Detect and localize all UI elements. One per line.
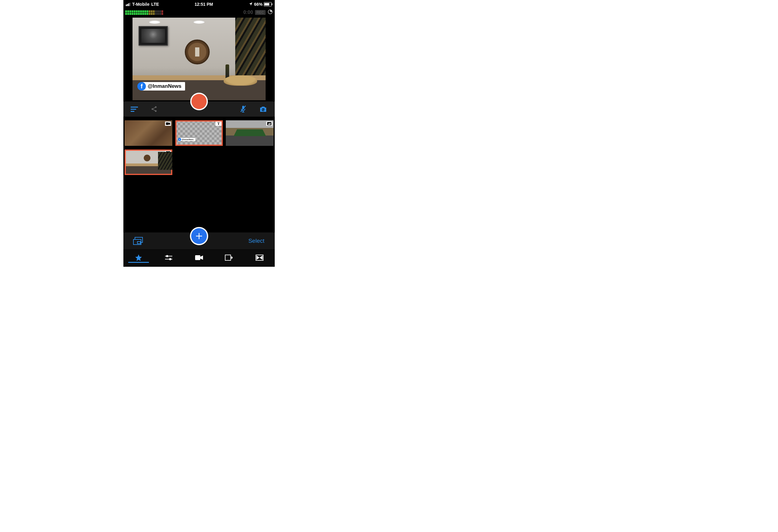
record-timer: 0:00 [243, 10, 253, 15]
phone-frame: T-Mobile LTE 12:51 PM 66% [124, 0, 275, 267]
tab-favorites[interactable] [124, 253, 154, 263]
svg-rect-24 [195, 255, 200, 260]
flip-camera-button[interactable] [258, 104, 269, 114]
hourglass-icon [255, 255, 263, 261]
add-clip-button[interactable] [190, 227, 208, 245]
svg-point-23 [169, 258, 171, 260]
facebook-icon: f [178, 138, 181, 141]
export-icon [225, 254, 234, 261]
svg-rect-2 [131, 109, 136, 110]
clip-item-3[interactable] [226, 120, 274, 146]
clip-action-bar: Select [124, 232, 275, 250]
svg-rect-3 [131, 111, 134, 112]
network-label: LTE [151, 2, 159, 7]
svg-rect-14 [166, 151, 170, 154]
tab-export[interactable] [214, 253, 245, 263]
tab-settings[interactable] [154, 253, 184, 262]
tab-record[interactable] [184, 253, 214, 262]
record-button[interactable] [190, 93, 208, 110]
star-icon [135, 254, 143, 262]
plus-icon [194, 232, 204, 241]
share-button[interactable] [150, 104, 159, 114]
audio-level-meter [125, 10, 163, 15]
clip-item-2[interactable]: T f @InmanNews [175, 120, 223, 146]
mini-social-overlay: f @InmanNews [180, 138, 196, 141]
pip-layout-icon [133, 237, 143, 245]
mini-handle-text: @InmanNews [182, 139, 193, 141]
clip-grid: T f @InmanNews [124, 117, 275, 179]
share-icon [151, 106, 157, 112]
bottom-tab-bar [124, 250, 275, 267]
tab-transitions[interactable] [244, 253, 275, 262]
image-type-icon [165, 151, 171, 155]
camera-preview[interactable]: f @InmanNews [124, 16, 275, 101]
menu-icon [131, 106, 139, 112]
preview-content: f @InmanNews [133, 18, 265, 100]
social-handle-overlay: f @InmanNews [142, 82, 185, 91]
image-type-icon [266, 121, 272, 126]
svg-rect-13 [267, 122, 271, 125]
mic-muted-icon [239, 105, 247, 113]
sliders-icon [164, 254, 173, 261]
video-type-icon [165, 121, 171, 126]
location-icon [249, 2, 253, 7]
status-bar: T-Mobile LTE 12:51 PM 66% [124, 0, 275, 8]
recording-status-bar: 0:00 REC [124, 8, 275, 16]
facebook-icon: f [137, 82, 146, 91]
svg-rect-1 [131, 107, 138, 107]
svg-point-21 [166, 255, 168, 257]
overlay-handle-text: @InmanNews [148, 83, 181, 89]
signal-strength-icon [126, 3, 130, 6]
battery-pct-label: 66% [254, 2, 262, 7]
svg-rect-11 [166, 122, 169, 125]
flip-camera-icon [259, 105, 267, 113]
rec-indicator: REC [255, 10, 265, 15]
menu-button[interactable] [130, 105, 140, 113]
layers-button[interactable] [132, 236, 144, 246]
video-camera-icon [195, 255, 203, 261]
text-type-icon: T [216, 121, 222, 126]
svg-text:T: T [217, 122, 220, 125]
carrier-label: T-Mobile [132, 2, 150, 7]
clip-item-1[interactable] [125, 120, 172, 146]
battery-icon [264, 2, 272, 6]
clip-item-4[interactable] [125, 150, 172, 175]
select-button[interactable]: Select [246, 237, 266, 245]
svg-rect-25 [225, 255, 231, 260]
clock-progress-icon [267, 9, 273, 16]
clock-label: 12:51 PM [194, 2, 213, 7]
mic-mute-button[interactable] [238, 104, 248, 114]
